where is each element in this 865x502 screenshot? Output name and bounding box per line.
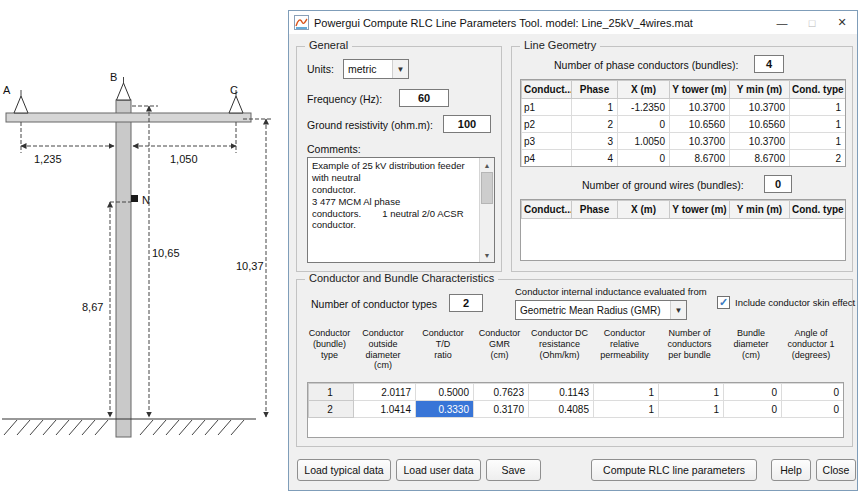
dim-ab-label: 1,235 <box>34 153 62 165</box>
maximize-button[interactable]: □ <box>797 11 827 34</box>
phase-c-label: C <box>230 84 238 96</box>
table-cell[interactable]: p1 <box>522 99 572 116</box>
table-cell[interactable]: 10.3700 <box>670 99 730 116</box>
table-cell[interactable]: 1 <box>659 401 724 418</box>
window-controls: — □ ✕ <box>767 11 857 34</box>
skin-effect-checkbox[interactable] <box>717 296 730 309</box>
column-header: Y min (m) <box>730 201 790 219</box>
table-cell[interactable]: 0 <box>724 401 782 418</box>
table-cell[interactable]: 1.0414 <box>354 401 416 418</box>
ground-count-label: Number of ground wires (bundles): <box>582 179 744 191</box>
table-cell[interactable]: 10.6560 <box>730 116 790 133</box>
save-button[interactable]: Save <box>486 459 541 481</box>
dim-b-height-label: 10,65 <box>152 247 180 259</box>
table-cell[interactable]: 10.6560 <box>670 116 730 133</box>
ground-wire-table: Conduct... Phase X (m) Y tower (m) Y min… <box>521 200 846 219</box>
table-cell[interactable]: 0.5000 <box>416 384 474 401</box>
table-cell[interactable]: 0.7623 <box>474 384 529 401</box>
dim-n-height-label: 8,67 <box>82 301 103 313</box>
scroll-down-icon[interactable]: ▼ <box>480 248 494 262</box>
table-cell[interactable]: 1.0050 <box>618 133 670 150</box>
table-cell[interactable]: 0.3330 <box>416 401 474 418</box>
column-header: Angle of conductor 1 (degrees) <box>780 328 842 371</box>
column-header: Conductor T/D ratio <box>414 328 472 371</box>
phase-conductor-table: Conduct... Phase X (m) Y tower (m) Y min… <box>521 80 846 167</box>
table-cell[interactable]: 1 <box>790 99 846 116</box>
column-header: Conductor outside diameter (cm) <box>352 328 414 371</box>
table-cell[interactable]: 1 <box>790 116 846 133</box>
table-cell[interactable]: 0 <box>782 384 844 401</box>
phase-count-input[interactable]: 4 <box>754 55 784 73</box>
ground-resistivity-label: Ground resistivity (ohm.m): <box>307 119 433 131</box>
table-cell[interactable]: 4 <box>572 150 618 167</box>
crossarm <box>6 113 251 122</box>
table-row: p331.005010.370010.37001 <box>522 133 846 150</box>
table-cell[interactable]: 0.4085 <box>529 401 594 418</box>
ground-table-header-row: Conduct... Phase X (m) Y tower (m) Y min… <box>522 201 846 219</box>
table-cell[interactable]: 2 <box>790 150 846 167</box>
help-button[interactable]: Help <box>771 459 811 481</box>
column-header: Phase <box>572 201 618 219</box>
frequency-input[interactable]: 60 <box>399 89 449 107</box>
table-cell[interactable]: 1 <box>309 384 354 401</box>
table-cell[interactable]: 1 <box>659 384 724 401</box>
table-cell[interactable]: 0 <box>724 384 782 401</box>
table-cell[interactable]: 0 <box>782 401 844 418</box>
minimize-button[interactable]: — <box>767 11 797 34</box>
table-cell[interactable]: 2 <box>309 401 354 418</box>
rlc-parameters-dialog: Powergui Compute RLC Line Parameters Too… <box>288 10 858 491</box>
conductor-table: 12.01170.50000.76230.1143110021.04140.33… <box>308 383 844 418</box>
inductance-label: Conductor internal inductance evaluated … <box>515 286 707 297</box>
table-cell[interactable]: 2 <box>572 116 618 133</box>
general-groupbox: General Units: metric ▼ Frequency (Hz): … <box>296 46 502 272</box>
scroll-up-icon[interactable]: ▲ <box>480 158 494 172</box>
table-row: 21.04140.33300.31700.40851100 <box>309 401 844 418</box>
load-typical-data-button[interactable]: Load typical data <box>297 459 391 481</box>
table-cell[interactable]: 0 <box>618 116 670 133</box>
units-label: Units: <box>307 63 334 75</box>
scrollbar-track[interactable] <box>480 172 494 248</box>
table-cell[interactable]: 0 <box>618 150 670 167</box>
column-header: Number of conductors per bundle <box>657 328 722 371</box>
conductor-groupbox: Conductor and Bundle Characteristics Num… <box>296 279 853 447</box>
insulator-a <box>14 96 28 113</box>
ground-resistivity-input[interactable]: 100 <box>443 115 491 133</box>
skin-effect-label: Include conductor skin effect <box>735 297 855 308</box>
column-header: Conductor relative permeability <box>592 328 657 371</box>
chevron-down-icon: ▼ <box>670 301 686 319</box>
table-cell[interactable]: 0.3170 <box>474 401 529 418</box>
table-cell[interactable]: 0.1143 <box>529 384 594 401</box>
dim-bc-label: 1,050 <box>170 153 198 165</box>
close-dialog-button[interactable]: Close <box>816 459 856 481</box>
table-cell[interactable]: 10.3700 <box>730 99 790 116</box>
conductor-types-input[interactable]: 2 <box>449 294 483 312</box>
table-cell[interactable]: 1 <box>594 384 659 401</box>
table-cell[interactable]: 8.6700 <box>670 150 730 167</box>
ground-count-input[interactable]: 0 <box>764 175 792 193</box>
table-cell[interactable]: 3 <box>572 133 618 150</box>
ground-table-box: Conduct... Phase X (m) Y tower (m) Y min… <box>520 199 846 261</box>
units-dropdown[interactable]: metric ▼ <box>343 59 409 79</box>
scrollbar-thumb[interactable] <box>481 172 493 204</box>
column-header: Y tower (m) <box>670 81 730 99</box>
table-cell[interactable]: 10.3700 <box>730 133 790 150</box>
table-cell[interactable]: 10.3700 <box>670 133 730 150</box>
phase-b-label: B <box>110 71 117 83</box>
comments-textarea[interactable]: Example of 25 kV distribution feeder wit… <box>307 157 495 263</box>
table-cell[interactable]: p2 <box>522 116 572 133</box>
load-user-data-button[interactable]: Load user data <box>396 459 481 481</box>
table-cell[interactable]: 1 <box>790 133 846 150</box>
table-cell[interactable]: 2.0117 <box>354 384 416 401</box>
table-cell[interactable]: p3 <box>522 133 572 150</box>
close-button[interactable]: ✕ <box>827 11 857 34</box>
table-cell[interactable]: 8.6700 <box>730 150 790 167</box>
table-cell[interactable]: 1 <box>572 99 618 116</box>
table-row: p22010.656010.65601 <box>522 116 846 133</box>
table-cell[interactable]: 1 <box>594 401 659 418</box>
table-cell[interactable]: p4 <box>522 150 572 167</box>
comments-scrollbar[interactable]: ▲ ▼ <box>479 158 494 262</box>
table-cell[interactable]: -1.2350 <box>618 99 670 116</box>
inductance-dropdown[interactable]: Geometric Mean Radius (GMR) ▼ <box>515 300 687 320</box>
compute-rlc-button[interactable]: Compute RLC line parameters <box>591 459 757 481</box>
title-bar: Powergui Compute RLC Line Parameters Too… <box>289 11 857 34</box>
